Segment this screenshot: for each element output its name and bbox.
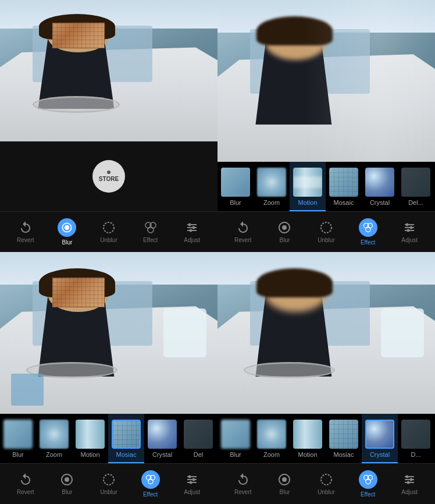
effect-thumb-blur-bl <box>3 420 33 449</box>
adjust-btn-br[interactable]: Adjust <box>395 473 423 495</box>
revert-btn-bl[interactable]: Revert <box>12 473 40 495</box>
blur-btn-tl[interactable]: Blur <box>53 218 81 246</box>
effect-mosaic-label-br: Mosiac <box>334 451 354 458</box>
revert-icon-bl <box>19 473 33 487</box>
effect-icon-bg-tr <box>359 218 377 237</box>
effect-mosaic-br[interactable]: Mosiac <box>326 414 362 463</box>
unblur-btn-tr[interactable]: Unblur <box>312 221 340 243</box>
revert-label-bl: Revert <box>17 489 34 495</box>
adjust-label-bl: Adjust <box>184 489 200 495</box>
effect-thumb-zoom-tr <box>257 168 286 197</box>
svg-point-4 <box>148 227 154 233</box>
effect-thumb-zoom-br <box>257 420 286 449</box>
effect-mosaic-label-bl: Mosiac <box>116 451 137 458</box>
store-button[interactable]: STORE <box>92 160 125 193</box>
effect-crystal-label-bl: Crystal <box>152 451 172 458</box>
effect-motion-br[interactable]: Motion <box>290 414 326 463</box>
effect-icon-br <box>362 474 374 485</box>
effect-thumb-motion-tr <box>293 168 322 197</box>
effect-motion-bl[interactable]: Motion <box>72 414 108 463</box>
effect-motion-label-bl: Motion <box>80 451 99 458</box>
effect-btn-tl[interactable]: Effect <box>137 221 165 243</box>
blur-btn-tr[interactable]: Blur <box>270 221 298 243</box>
effect-del-bl[interactable]: Del <box>180 414 216 463</box>
adjust-label-tr: Adjust <box>401 237 418 243</box>
unblur-btn-tl[interactable]: Unblur <box>95 221 123 243</box>
effect-del-tr[interactable]: Del... <box>398 162 434 211</box>
svg-point-23 <box>104 474 114 485</box>
effect-label-br: Effect <box>361 491 375 498</box>
unblur-icon-tr <box>319 221 333 235</box>
effect-zoom-label-bl: Zoom <box>46 451 62 458</box>
svg-point-10 <box>190 229 192 232</box>
revert-btn-br[interactable]: Revert <box>229 473 257 495</box>
unblur-label-bl: Unblur <box>100 489 117 495</box>
effect-label-tr: Effect <box>361 239 375 246</box>
effect-crystal-tr[interactable]: Crystal <box>362 162 398 211</box>
effect-thumb-motion-bl <box>76 420 105 449</box>
photo-area-tr <box>218 0 435 162</box>
effect-crystal-label-br: Crystal <box>370 451 390 458</box>
effect-icon-tr <box>362 222 374 233</box>
revert-btn-tl[interactable]: Revert <box>12 221 40 243</box>
revert-label-tr: Revert <box>234 237 251 243</box>
effect-mosaic-bl[interactable]: Mosiac <box>108 414 144 463</box>
blur-icon-bg-tl <box>58 218 76 237</box>
effect-crystal-bl[interactable]: Crystal <box>144 414 180 463</box>
effect-thumb-motion-br <box>293 420 322 449</box>
effect-strip-tr: Blur Zoom Motion Mosaic Crystal Del... <box>218 162 435 211</box>
effect-crystal-br[interactable]: Crystal <box>362 414 398 463</box>
adjust-btn-bl[interactable]: Adjust <box>178 473 206 495</box>
blur-label-bl: Blur <box>62 489 72 495</box>
revert-icon-tr <box>236 221 250 235</box>
svg-point-22 <box>65 477 69 482</box>
effect-blur-label-br: Blur <box>230 451 241 458</box>
svg-point-41 <box>406 475 409 478</box>
unblur-btn-bl[interactable]: Unblur <box>95 473 123 495</box>
effect-label-tl: Effect <box>143 237 158 243</box>
effect-icon-bg-bl <box>141 470 160 489</box>
panel-top-left: STORE Revert Blur Unblur Effect Adj <box>0 0 218 252</box>
effect-zoom-tr[interactable]: Zoom <box>254 162 290 211</box>
effect-thumb-mosaic-bl <box>112 420 141 449</box>
effect-btn-bl[interactable]: Effect <box>137 470 165 498</box>
pixelated-face-bl <box>52 278 105 307</box>
effect-thumb-mosaic-br <box>329 420 358 449</box>
effect-thumb-blur-tr <box>221 168 250 197</box>
adjust-icon-br <box>402 473 416 487</box>
effect-btn-br[interactable]: Effect <box>354 470 382 498</box>
blur-btn-br[interactable]: Blur <box>270 473 298 495</box>
toolbar-tr: Revert Blur Unblur Effect Adjust <box>218 211 435 252</box>
unblur-btn-br[interactable]: Unblur <box>312 473 340 495</box>
effect-blur-label-bl: Blur <box>12 451 24 458</box>
effect-blur-br[interactable]: Blur <box>218 414 254 463</box>
blur-icon-tr <box>277 221 291 235</box>
effect-blur-bl[interactable]: Blur <box>0 414 36 463</box>
effect-btn-tr[interactable]: Effect <box>354 218 382 246</box>
effect-thumb-crystal-bl <box>148 420 177 449</box>
svg-point-19 <box>406 223 409 226</box>
svg-point-11 <box>282 225 287 230</box>
effect-mosaic-tr[interactable]: Mosaic <box>326 162 362 211</box>
effect-thumb-del-br <box>401 420 430 449</box>
effect-zoom-bl[interactable]: Zoom <box>36 414 72 463</box>
blur-label-br: Blur <box>279 489 290 495</box>
svg-point-15 <box>365 227 370 232</box>
effect-icon-bg-br <box>359 470 377 489</box>
effect-del-br[interactable]: D... <box>398 414 434 463</box>
toolbar-bl: Revert Blur Unblur Effect Adjust <box>0 463 218 504</box>
effect-motion-tr[interactable]: Motion <box>290 162 326 211</box>
effect-zoom-br[interactable]: Zoom <box>254 414 290 463</box>
svg-point-1 <box>104 222 114 233</box>
effect-del-label-br: D... <box>411 451 420 458</box>
revert-btn-tr[interactable]: Revert <box>229 221 257 243</box>
adjust-btn-tl[interactable]: Adjust <box>178 221 206 243</box>
blur-icon-tl <box>61 222 73 233</box>
blur-btn-bl[interactable]: Blur <box>53 473 81 495</box>
effect-thumb-zoom-bl <box>40 420 69 449</box>
panel-bottom-left: Blur Zoom Motion Mosiac Crystal Del Reve… <box>0 252 218 504</box>
revert-icon-br <box>236 473 250 487</box>
adjust-label-br: Adjust <box>401 489 418 495</box>
adjust-btn-tr[interactable]: Adjust <box>395 221 423 243</box>
effect-blur-tr[interactable]: Blur <box>218 162 254 211</box>
